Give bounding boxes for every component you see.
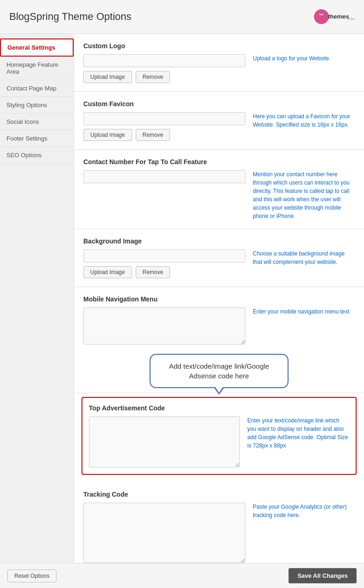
custom-favicon-help: Here you can upload a Favicon for your W… — [253, 112, 355, 141]
sidebar: General Settings Homepage Feature Area C… — [0, 34, 74, 588]
sidebar-item-homepage-feature-area[interactable]: Homepage Feature Area — [0, 57, 74, 80]
contact-number-section: Contact Number For Tap To Call Feature M… — [74, 150, 364, 229]
custom-logo-title: Custom Logo — [83, 42, 355, 50]
tracking-code-title: Tracking Code — [83, 491, 355, 498]
inkthemes-logo: ink themes .com — [313, 8, 355, 25]
svg-text:ink: ink — [320, 13, 324, 16]
sidebar-item-social-icons[interactable]: Social Icons — [0, 114, 74, 130]
page-header: BlogSpring Theme Options ink themes .com — [0, 0, 364, 34]
contact-number-controls — [83, 170, 245, 220]
save-all-changes-button[interactable]: Save All Changes — [289, 568, 357, 583]
background-image-btn-group: Upload Image Remove — [83, 266, 245, 278]
main-layout: General Settings Homepage Feature Area C… — [0, 34, 364, 588]
contact-number-input[interactable] — [83, 170, 245, 183]
sidebar-item-footer-settings[interactable]: Footer Settings — [0, 130, 74, 147]
tracking-code-controls — [83, 503, 245, 563]
mobile-nav-title: Mobile Navigation Menu — [83, 295, 355, 303]
sidebar-item-styling-options[interactable]: Styling Options — [0, 97, 74, 114]
contact-number-inner: Mention your contact number here through… — [83, 170, 355, 220]
background-image-input[interactable] — [83, 249, 245, 262]
svg-text:themes: themes — [328, 13, 349, 20]
custom-favicon-controls: Upload Image Remove — [83, 112, 245, 141]
reset-options-button[interactable]: Reset Options — [7, 569, 56, 582]
background-image-remove-button[interactable]: Remove — [136, 266, 170, 278]
tooltip-container: Add text/code/image link/Google Adsense … — [83, 345, 355, 393]
top-ad-textarea[interactable] — [89, 416, 240, 467]
custom-logo-help: Upload a logo for your Website. — [253, 54, 355, 83]
custom-favicon-input[interactable] — [83, 112, 245, 125]
mobile-nav-controls — [83, 307, 245, 345]
footer-bar: Reset Options Save All Changes — [0, 563, 364, 588]
tracking-code-section: Tracking Code Paste your Google Analytic… — [74, 482, 364, 572]
custom-favicon-upload-button[interactable]: Upload Image — [83, 129, 132, 141]
background-image-controls: Upload Image Remove — [83, 249, 245, 278]
custom-logo-remove-button[interactable]: Remove — [136, 71, 170, 83]
custom-favicon-btn-group: Upload Image Remove — [83, 129, 245, 141]
svg-text:.com: .com — [347, 17, 355, 21]
custom-favicon-inner: Upload Image Remove Here you can upload … — [83, 112, 355, 141]
tooltip-bubble: Add text/code/image link/Google Adsense … — [150, 354, 289, 388]
page-title: BlogSpring Theme Options — [9, 11, 132, 23]
top-ad-title: Top Advertisement Code — [89, 404, 349, 412]
tooltip-text: Add text/code/image link/Google Adsense … — [169, 362, 269, 380]
tracking-code-textarea[interactable] — [83, 503, 245, 563]
custom-logo-section: Custom Logo Upload Image Remove Upload a… — [74, 34, 364, 92]
background-image-title: Background Image — [83, 237, 355, 245]
background-image-section: Background Image Upload Image Remove Cho… — [74, 229, 364, 287]
background-image-inner: Upload Image Remove Choose a suitable ba… — [83, 249, 355, 278]
background-image-upload-button[interactable]: Upload Image — [83, 266, 132, 278]
svg-point-0 — [314, 9, 329, 24]
mobile-nav-help: Enter your mobile navigation menu text — [253, 307, 355, 345]
contact-number-title: Contact Number For Tap To Call Feature — [83, 158, 355, 166]
contact-number-help: Mention your contact number here through… — [253, 170, 355, 220]
top-ad-help: Enter your text/code/image link which yo… — [247, 416, 349, 467]
custom-logo-inner: Upload Image Remove Upload a logo for yo… — [83, 54, 355, 83]
background-image-help: Choose a suitable background image that … — [253, 249, 355, 278]
custom-favicon-title: Custom Favicon — [83, 100, 355, 108]
top-ad-inner: Enter your text/code/image link which yo… — [89, 416, 349, 467]
sidebar-item-general-settings[interactable]: General Settings — [0, 38, 74, 57]
custom-logo-input[interactable] — [83, 54, 245, 67]
tracking-code-inner: Paste your Google Analytics (or other) t… — [83, 503, 355, 563]
custom-logo-upload-button[interactable]: Upload Image — [83, 71, 132, 83]
mobile-nav-textarea[interactable] — [83, 307, 245, 345]
sidebar-item-contact-page-map[interactable]: Contact Page Map — [0, 80, 74, 97]
custom-favicon-section: Custom Favicon Upload Image Remove Here … — [74, 92, 364, 150]
top-ad-controls — [89, 416, 240, 467]
custom-logo-controls: Upload Image Remove — [83, 54, 245, 83]
top-ad-section: Top Advertisement Code Enter your text/c… — [82, 397, 357, 475]
top-ad-wrapper: Top Advertisement Code Enter your text/c… — [74, 393, 364, 482]
sidebar-item-seo-options[interactable]: SEO Options — [0, 147, 74, 164]
custom-logo-btn-group: Upload Image Remove — [83, 71, 245, 83]
tracking-code-help: Paste your Google Analytics (or other) t… — [253, 503, 355, 563]
custom-favicon-remove-button[interactable]: Remove — [136, 129, 170, 141]
content-area: Custom Logo Upload Image Remove Upload a… — [74, 34, 364, 588]
mobile-nav-section: Mobile Navigation Menu Enter your mobile… — [74, 287, 364, 393]
mobile-nav-inner: Enter your mobile navigation menu text — [83, 307, 355, 345]
logo-container: ink themes .com — [313, 8, 355, 25]
